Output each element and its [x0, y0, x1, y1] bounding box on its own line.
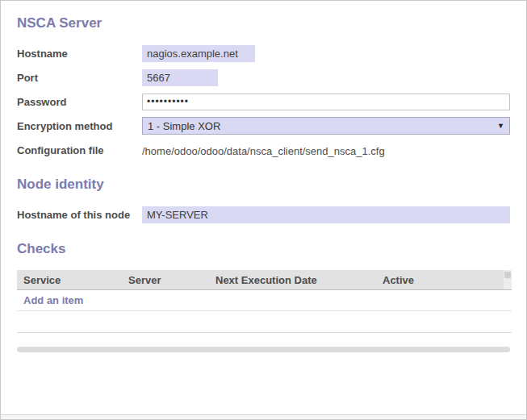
field-row-config-file: Configuration file /home/odoo/odoo/data/…: [17, 141, 510, 159]
chevron-down-icon: ▼: [497, 122, 504, 130]
window-bottom-edge: [1, 414, 526, 419]
horizontal-scrollbar[interactable]: [17, 347, 510, 352]
column-header-next-execution-date: Next Execution Date: [209, 274, 376, 286]
section-title-node-identity: Node identity: [17, 177, 510, 193]
column-header-server: Server: [122, 274, 209, 286]
column-header-active: Active: [376, 274, 504, 286]
encryption-method-select[interactable]: 1 - Simple XOR ▼: [142, 117, 510, 135]
field-row-port: Port: [17, 69, 510, 86]
section-title-checks: Checks: [17, 241, 510, 257]
port-label: Port: [17, 72, 142, 84]
add-an-item-link[interactable]: Add an item: [23, 294, 83, 306]
port-input[interactable]: [142, 69, 218, 86]
section-title-nsca-server: NSCA Server: [17, 15, 510, 31]
field-row-hostname: Hostname: [17, 44, 510, 62]
configuration-file-value: /home/odoo/odoo/data/nsca_client/send_ns…: [142, 143, 385, 157]
password-input[interactable]: [142, 94, 510, 110]
field-row-encryption: Encryption method 1 - Simple XOR ▼: [17, 117, 510, 135]
checks-table-header: Service Server Next Execution Date Activ…: [17, 270, 512, 290]
form-content: NSCA Server Hostname Port Password Encry…: [1, 1, 526, 352]
node-hostname-label: Hostname of this node: [17, 209, 142, 221]
column-header-service: Service: [17, 274, 122, 286]
form-window: NSCA Server Hostname Port Password Encry…: [0, 0, 527, 420]
table-vertical-scrollbar[interactable]: [504, 270, 512, 289]
field-row-password: Password: [17, 93, 510, 110]
hostname-input[interactable]: [142, 45, 255, 62]
password-label: Password: [17, 96, 142, 108]
table-row: [17, 311, 512, 333]
encryption-method-selected-value: 1 - Simple XOR: [148, 120, 220, 132]
node-hostname-input[interactable]: [142, 206, 510, 223]
configuration-file-label: Configuration file: [17, 144, 142, 156]
field-row-node-hostname: Hostname of this node: [17, 206, 510, 223]
hostname-label: Hostname: [17, 48, 142, 60]
scrollbar-thumb[interactable]: [504, 272, 511, 278]
add-item-row: Add an item: [17, 290, 512, 311]
checks-table: Service Server Next Execution Date Activ…: [17, 270, 512, 333]
encryption-method-label: Encryption method: [17, 120, 142, 132]
